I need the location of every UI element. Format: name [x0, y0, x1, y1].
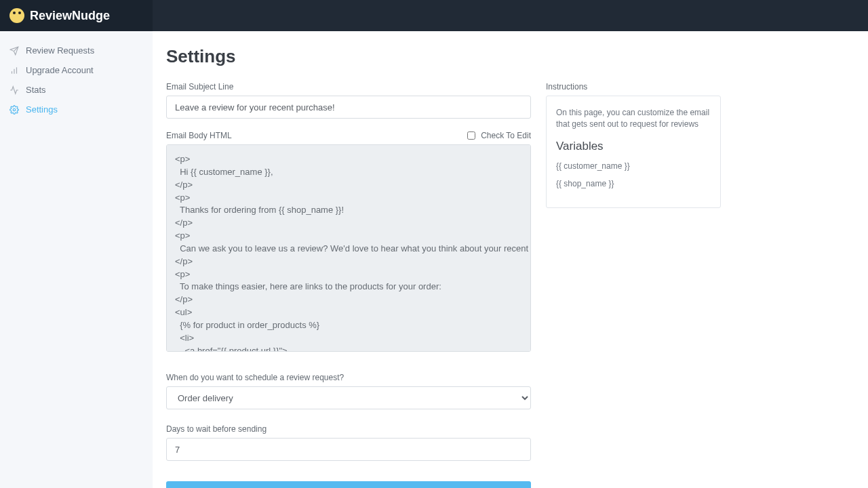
- sidebar-item-label: Review Requests: [26, 45, 94, 56]
- topbar: ReviewNudge: [0, 0, 868, 31]
- variable-item: {{ customer_name }}: [556, 161, 711, 171]
- check-to-edit-group: Check To Edit: [467, 131, 531, 140]
- bar-chart-icon: [9, 66, 19, 75]
- main-content: Settings Email Subject Line Email Body H…: [153, 31, 868, 488]
- email-subject-group: Email Subject Line: [166, 82, 531, 119]
- logo-icon: [9, 8, 24, 23]
- send-icon: [9, 46, 19, 56]
- sidebar-item-label: Stats: [26, 85, 46, 95]
- instructions-panel: On this page, you can customize the emai…: [546, 96, 721, 208]
- brand-name: ReviewNudge: [30, 9, 110, 23]
- email-body-group: Email Body HTML Check To Edit: [166, 131, 531, 354]
- schedule-label: When do you want to schedule a review re…: [166, 373, 531, 382]
- email-subject-input[interactable]: [166, 96, 531, 119]
- variables-heading: Variables: [556, 140, 711, 153]
- days-input[interactable]: [166, 438, 531, 461]
- sidebar-item-label: Settings: [26, 104, 58, 115]
- sidebar-item-stats[interactable]: Stats: [0, 80, 153, 100]
- gear-icon: [9, 105, 19, 115]
- schedule-select[interactable]: Order delivery: [166, 386, 531, 409]
- page-title: Settings: [166, 46, 848, 67]
- email-body-textarea[interactable]: [166, 144, 531, 352]
- variable-item: {{ shop_name }}: [556, 179, 711, 188]
- activity-icon: [9, 85, 19, 95]
- logo-area[interactable]: ReviewNudge: [0, 0, 153, 31]
- sidebar: Review Requests Upgrade Account Stats Se…: [0, 31, 153, 488]
- instructions-intro: On this page, you can customize the emai…: [556, 107, 711, 130]
- sidebar-item-settings[interactable]: Settings: [0, 100, 153, 119]
- days-group: Days to wait before sending: [166, 424, 531, 461]
- check-to-edit-checkbox[interactable]: [467, 131, 475, 140]
- email-body-label: Email Body HTML: [166, 131, 232, 140]
- check-to-edit-label: Check To Edit: [481, 131, 531, 140]
- days-label: Days to wait before sending: [166, 424, 531, 434]
- sidebar-item-label: Upgrade Account: [26, 65, 94, 75]
- sidebar-item-review-requests[interactable]: Review Requests: [0, 41, 153, 60]
- save-button[interactable]: Save: [166, 481, 531, 488]
- email-subject-label: Email Subject Line: [166, 82, 531, 92]
- instructions-heading: Instructions: [546, 82, 721, 92]
- sidebar-item-upgrade-account[interactable]: Upgrade Account: [0, 60, 153, 80]
- svg-point-3: [13, 108, 16, 111]
- schedule-group: When do you want to schedule a review re…: [166, 373, 531, 409]
